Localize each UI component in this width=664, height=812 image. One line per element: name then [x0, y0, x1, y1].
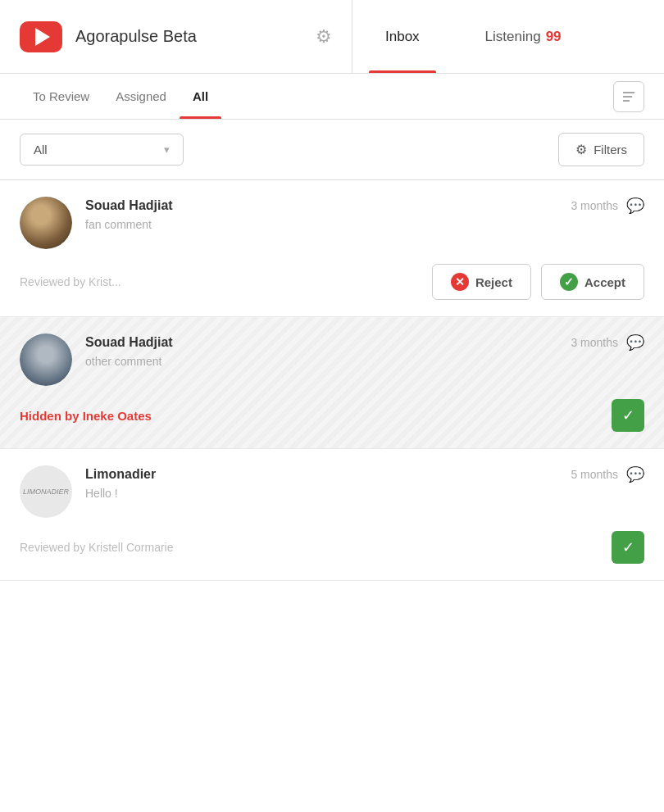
inbox-item-1: Souad Hadjiat 3 months 💬 fan comment Rev… [0, 180, 664, 317]
item-time-1: 3 months [571, 199, 618, 212]
chevron-down-icon: ▾ [164, 143, 170, 156]
comment-icon-3: 💬 [626, 465, 644, 483]
listening-badge: 99 [546, 29, 562, 45]
avatar-limo-text: LIMONADIER [20, 484, 72, 500]
item-meta-3: 5 months 💬 [571, 465, 644, 483]
item-actions-1: Reviewed by Krist... ✕ Reject ✓ Accept [20, 264, 644, 300]
item-content-2: Souad Hadjiat 3 months 💬 other comment [85, 333, 644, 368]
item-name-1: Souad Hadjiat [85, 198, 173, 213]
reviewed-row-3: Reviewed by Kristell Cormarie ✓ [20, 531, 644, 564]
hidden-row-2: Hidden by Ineke Oates ✓ [20, 399, 644, 432]
filter-select-value: All [34, 143, 48, 157]
item-top-1: Souad Hadjiat 3 months 💬 fan comment [20, 197, 644, 249]
comment-icon-1: 💬 [626, 197, 644, 215]
comment-icon-2: 💬 [626, 333, 644, 352]
reject-button-1[interactable]: ✕ Reject [432, 264, 531, 300]
tab-to-review[interactable]: To Review [20, 74, 102, 119]
reviewed-text-1: Reviewed by Krist... [20, 275, 422, 288]
tab-all-label: All [193, 89, 208, 103]
tab-assigned-label: Assigned [116, 89, 166, 103]
filters-icon: ⚙ [575, 142, 587, 157]
avatar-souad2 [20, 333, 72, 386]
nav-inbox-label: Inbox [385, 29, 420, 45]
youtube-icon [20, 21, 62, 52]
item-header-3: Limonadier 5 months 💬 [85, 465, 644, 483]
inbox-item-3: LIMONADIER Limonadier 5 months 💬 Hello !… [0, 449, 664, 581]
filters-button[interactable]: ⚙ Filters [558, 133, 644, 166]
item-content-3: Limonadier 5 months 💬 Hello ! [85, 465, 644, 500]
reviewed-text-3: Reviewed by Kristell Cormarie [20, 541, 612, 554]
item-subtitle-1: fan comment [85, 218, 644, 231]
nav-inbox[interactable]: Inbox [352, 0, 453, 73]
item-subtitle-3: Hello ! [85, 487, 644, 500]
play-icon [35, 28, 50, 46]
item-time-2: 3 months [571, 336, 618, 349]
gear-icon[interactable]: ⚙ [316, 26, 332, 48]
filter-bar: All ▾ ⚙ Filters [0, 120, 664, 180]
hidden-text-2: Hidden by Ineke Oates [20, 409, 152, 423]
sub-tabs-bar: To Review Assigned All [0, 74, 664, 120]
item-meta-1: 3 months 💬 [571, 197, 644, 215]
check-button-3[interactable]: ✓ [612, 531, 644, 564]
nav-listening-label: Listening [485, 29, 541, 45]
reject-label-1: Reject [475, 275, 512, 289]
app-header: Agorapulse Beta ⚙ Inbox Listening 99 [0, 0, 664, 74]
tab-assigned[interactable]: Assigned [102, 74, 180, 119]
tab-to-review-label: To Review [33, 89, 89, 103]
item-top-3: LIMONADIER Limonadier 5 months 💬 Hello ! [20, 465, 644, 518]
main-nav: Inbox Listening 99 [352, 0, 664, 73]
item-name-3: Limonadier [85, 467, 156, 482]
avatar-souad1 [20, 197, 72, 249]
item-subtitle-2: other comment [85, 355, 644, 368]
accept-button-1[interactable]: ✓ Accept [541, 264, 644, 300]
nav-listening[interactable]: Listening 99 [453, 0, 594, 73]
check-button-2[interactable]: ✓ [612, 399, 644, 432]
item-time-3: 5 months [571, 468, 618, 481]
item-header-2: Souad Hadjiat 3 months 💬 [85, 333, 644, 352]
item-meta-2: 3 months 💬 [571, 333, 644, 352]
inbox-item-2: Souad Hadjiat 3 months 💬 other comment H… [0, 317, 664, 449]
accept-icon-1: ✓ [560, 273, 578, 291]
avatar-limo: LIMONADIER [20, 465, 72, 518]
item-content-1: Souad Hadjiat 3 months 💬 fan comment [85, 197, 644, 231]
app-title: Agorapulse Beta [75, 27, 302, 46]
filter-select[interactable]: All ▾ [20, 134, 184, 166]
item-top-2: Souad Hadjiat 3 months 💬 other comment [20, 333, 644, 386]
item-name-2: Souad Hadjiat [85, 335, 173, 350]
reject-icon-1: ✕ [451, 273, 469, 291]
tab-all[interactable]: All [180, 74, 221, 119]
accept-label-1: Accept [584, 275, 625, 289]
sort-button[interactable] [613, 81, 644, 112]
brand-area: Agorapulse Beta ⚙ [0, 0, 352, 73]
filters-button-label: Filters [594, 143, 627, 157]
item-header-1: Souad Hadjiat 3 months 💬 [85, 197, 644, 215]
